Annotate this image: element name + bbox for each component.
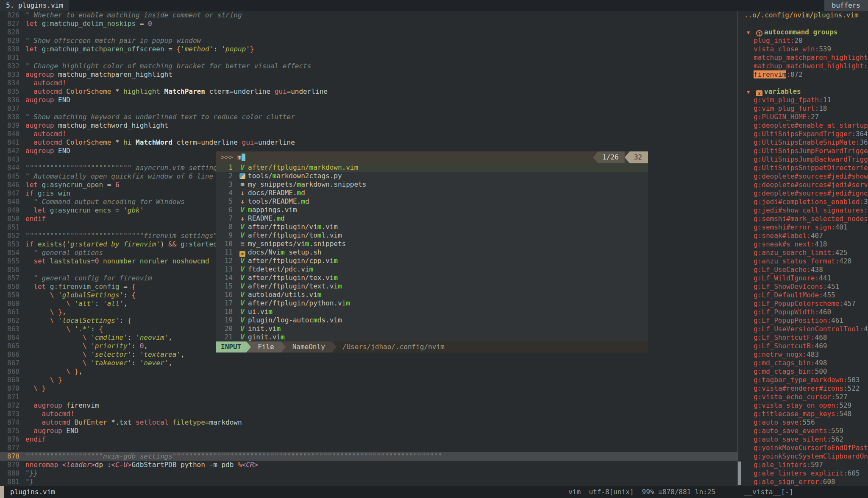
result-row-10[interactable]: 10≡my_snippets/vim.snippets bbox=[216, 240, 648, 248]
editor-line-830[interactable]: 830let g:matchup_matchparen_offscreen = … bbox=[0, 45, 737, 53]
sidebar-tag-item[interactable]: g:titlecase_map_keys:548 bbox=[738, 410, 868, 418]
editor-line-826[interactable]: 826" Whether to enable matching inside c… bbox=[0, 11, 737, 20]
editor-line-879[interactable]: 879nnoremap <leader>dp :<C-U>GdbStartPDB… bbox=[0, 461, 737, 469]
editor-line-870[interactable]: 870 \ } bbox=[0, 384, 737, 393]
result-row-1[interactable]: 1Vafter/ftplugin/markdown.vim bbox=[216, 163, 648, 172]
editor-line-831[interactable]: 831 bbox=[0, 53, 737, 62]
editor-line-834[interactable]: 834 autocmd! bbox=[0, 79, 737, 87]
editor-line-875[interactable]: 875 augroup END bbox=[0, 427, 737, 435]
sidebar-tag-item[interactable]: g:vista_stay_on_open:529 bbox=[738, 401, 868, 410]
sidebar-tag-item[interactable]: g:vim_plug_fpath:11 bbox=[738, 96, 868, 104]
sidebar-tag-item[interactable]: g:Lf_PopupColorscheme:457 bbox=[738, 299, 868, 308]
result-row-17[interactable]: 17Vafter/ftplugin/python.vim bbox=[216, 299, 648, 308]
sidebar-tag-item[interactable]: g:Lf_DefaultMode:455 bbox=[738, 291, 868, 299]
result-row-12[interactable]: 12Vafter/ftplugin/cpp.vim bbox=[216, 257, 648, 265]
collapse-caret-icon[interactable]: ▼ bbox=[747, 88, 756, 96]
sidebar-tag-item[interactable]: matchup_matchparen_highlight bbox=[738, 53, 868, 62]
sidebar-tag-item[interactable]: g:vista#renderer#icons:522 bbox=[738, 384, 868, 393]
sidebar-tag-item[interactable]: g:tagbar_type_markdown:503 bbox=[738, 376, 868, 384]
editor-line-867[interactable]: 867 \ 'takeover': 'never', bbox=[0, 359, 737, 367]
result-row-8[interactable]: 8Vafter/ftplugin/vim.vim bbox=[216, 223, 648, 231]
result-row-4[interactable]: 4↓docs/README.md bbox=[216, 189, 648, 197]
sidebar-tag-item[interactable]: g:deoplete#sources#jedi#igno bbox=[738, 189, 868, 198]
editor-line-836[interactable]: 836augroup END bbox=[0, 96, 737, 104]
result-row-14[interactable]: 14Vafter/ftplugin/tex.vim bbox=[216, 274, 648, 282]
editor-line-872[interactable]: 872 augroup firenvim bbox=[0, 401, 737, 410]
sidebar-tag-item[interactable]: plug_init:20 bbox=[738, 36, 868, 45]
editor-line-833[interactable]: 833augroup matchup_matchparen_highlight bbox=[0, 70, 737, 79]
sidebar-tag-item[interactable]: g:sneak#s_next:418 bbox=[738, 240, 868, 249]
editor-line-868[interactable]: 868 \ }, bbox=[0, 367, 737, 376]
result-row-6[interactable]: 6Vmappings.vim bbox=[216, 206, 648, 214]
editor-line-878[interactable]: 878"""""""""""""""""""nvim-gdb settings"… bbox=[0, 452, 737, 461]
sidebar-section-variables[interactable]: ▼xvariables bbox=[738, 87, 868, 96]
result-row-7[interactable]: 7↓README.md bbox=[216, 214, 648, 223]
sidebar-tag-item[interactable]: g:auto_save:556 bbox=[738, 418, 868, 427]
sidebar-tag-item[interactable]: g:Lf_UseCache:438 bbox=[738, 266, 868, 274]
sidebar-tag-item[interactable]: g:vista_echo_cursor:527 bbox=[738, 393, 868, 401]
fuzzy-input-line[interactable]: >>>m 1/2632 bbox=[216, 151, 648, 163]
editor-line-876[interactable]: 876endif bbox=[0, 435, 737, 444]
sidebar-tag-item[interactable]: g:deoplete#sources#jedi#serv bbox=[738, 181, 868, 189]
editor-line-832[interactable]: 832" Change highlight color of matching … bbox=[0, 62, 737, 70]
sidebar-tag-item[interactable]: g:anzu_status_format:428 bbox=[738, 257, 868, 266]
result-row-18[interactable]: 18Vui.vim bbox=[216, 308, 648, 316]
sidebar-tag-item[interactable]: g:md_ctags_bin:500 bbox=[738, 367, 868, 376]
editor-line-869[interactable]: 869 \ } bbox=[0, 376, 737, 384]
sidebar-tag-item[interactable]: g:ale_linters_explicit:605 bbox=[738, 469, 868, 478]
sidebar-tag-item[interactable]: vista_close_win:539 bbox=[738, 45, 868, 53]
sidebar-tag-item[interactable]: g:jedi#show_call_signatures: bbox=[738, 206, 868, 215]
sidebar-tag-item[interactable]: g:yoinkSyncSystemClipboardOn bbox=[738, 452, 868, 461]
sidebar-tag-item[interactable]: g:deoplete#enable_at_startup bbox=[738, 121, 868, 130]
sidebar-tag-item[interactable]: g:auto_save_events:559 bbox=[738, 427, 868, 435]
sidebar-tag-item[interactable]: g:sneak#label:407 bbox=[738, 232, 868, 240]
tab-plugins-vim[interactable]: 5. plugins.vim bbox=[0, 0, 69, 11]
sidebar-tag-item[interactable]: g:UltiSnipsExpandTrigger:364 bbox=[738, 130, 868, 138]
sidebar-tag-item[interactable]: g:anzu_search_limit:425 bbox=[738, 249, 868, 257]
sidebar-tag-item[interactable]: g:UltiSnipsJumpForwardTrigge bbox=[738, 147, 868, 155]
sidebar-tag-item[interactable]: g:vim_plug_furl:18 bbox=[738, 104, 868, 113]
editor-line-829[interactable]: 829" Show offscreen match pair in popup … bbox=[0, 36, 737, 45]
result-row-3[interactable]: 3≡my_snippets/markdown.snippets bbox=[216, 180, 648, 189]
sidebar-tag-item[interactable]: g:Lf_WildIgnore:441 bbox=[738, 274, 868, 283]
sidebar-tag-item[interactable]: g:Lf_ShortcutF:468 bbox=[738, 333, 868, 342]
result-row-11[interactable]: 11>docs/Nvim_setup.sh bbox=[216, 248, 648, 257]
sidebar-section-autocommand-groups[interactable]: ▼?autocommand groups bbox=[738, 28, 868, 36]
sidebar-tag-item[interactable]: g:yoinkMoveCursorToEndOfPast bbox=[738, 444, 868, 452]
result-row-9[interactable]: 9Vafter/ftplugin/toml.vim bbox=[216, 231, 648, 240]
sidebar-tag-item[interactable]: g:UltiSnipsEnableSnipMate:36 bbox=[738, 138, 868, 147]
editor-line-828[interactable]: 828 bbox=[0, 28, 737, 36]
sidebar-tag-item[interactable]: g:auto_save_silent:562 bbox=[738, 435, 868, 444]
sidebar-tag-item[interactable]: firenvim:872 bbox=[738, 70, 868, 79]
editor-line-837[interactable]: 837 bbox=[0, 104, 737, 113]
sidebar-tag-item[interactable]: g:jedi#completions_enabled:3 bbox=[738, 198, 868, 206]
collapse-caret-icon[interactable]: ▼ bbox=[747, 28, 756, 36]
sidebar-tag-item[interactable]: g:Lf_UseVersionControlTool:4 bbox=[738, 325, 868, 333]
sidebar-tag-item[interactable]: g:Lf_PopupWidth:460 bbox=[738, 308, 868, 316]
sidebar-tag-item[interactable]: g:ale_linters:597 bbox=[738, 461, 868, 469]
sidebar-tag-item[interactable]: g:semshi#error_sign:401 bbox=[738, 223, 868, 232]
result-row-5[interactable]: 5↓tools/README.md bbox=[216, 197, 648, 206]
sidebar-tag-item[interactable]: matchup_matchword_highlight: bbox=[738, 62, 868, 70]
sidebar-tag-item[interactable]: g:UltiSnipsSnippetDirectorie bbox=[738, 164, 868, 172]
sidebar-tag-item[interactable]: g:Lf_ShowDevIcons:451 bbox=[738, 283, 868, 291]
sidebar-tag-item[interactable]: g:md_ctags_bin:498 bbox=[738, 359, 868, 367]
editor-line-873[interactable]: 873 autocmd! bbox=[0, 410, 737, 418]
editor-line-841[interactable]: 841 autocmd ColorScheme * hi MatchWord c… bbox=[0, 138, 737, 147]
editor-line-839[interactable]: 839augroup matchup_matchword_highlight bbox=[0, 121, 737, 130]
result-row-21[interactable]: 21Vginit.vim bbox=[216, 333, 648, 341]
editor-line-871[interactable]: 871 bbox=[0, 393, 737, 401]
editor-line-840[interactable]: 840 autocmd! bbox=[0, 130, 737, 138]
editor-line-881[interactable]: 881"} bbox=[0, 478, 737, 486]
sidebar-tag-item[interactable]: g:deoplete#sources#jedi#show bbox=[738, 172, 868, 181]
sidebar-tag-item[interactable]: g:PLUGIN_HOME:27 bbox=[738, 113, 868, 121]
result-row-2[interactable]: 2tools/markdown2ctags.py bbox=[216, 172, 648, 180]
result-row-20[interactable]: 20Vinit.vim bbox=[216, 325, 648, 333]
sidebar-tag-item[interactable]: g:Lf_ShortcutB:469 bbox=[738, 342, 868, 350]
editor-line-874[interactable]: 874 autocmd BufEnter *.txt setlocal file… bbox=[0, 418, 737, 427]
result-row-16[interactable]: 16Vautoload/utils.vim bbox=[216, 291, 648, 299]
sidebar-tag-item[interactable]: g:ale_sign_error:608 bbox=[738, 478, 868, 486]
sidebar-tag-item[interactable]: g:UltiSnipsJumpBackwardTrigg bbox=[738, 155, 868, 164]
editor-line-880[interactable]: 880"}} bbox=[0, 469, 737, 478]
sidebar-tag-item[interactable]: g:netrw_nogx:483 bbox=[738, 350, 868, 359]
